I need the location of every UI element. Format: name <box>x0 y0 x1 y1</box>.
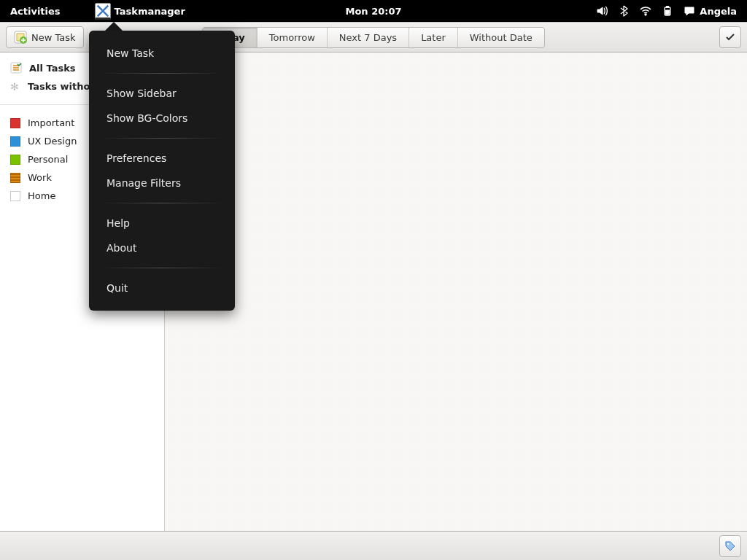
svg-point-1 <box>645 14 646 15</box>
star-icon: ✻ <box>10 82 20 92</box>
color-swatch-orange <box>10 173 20 183</box>
tab-next7[interactable]: Next 7 Days <box>328 28 409 47</box>
tag-label: Work <box>28 172 52 183</box>
tag-label: Home <box>28 190 55 201</box>
menu-new-task[interactable]: New Task <box>89 41 235 66</box>
color-swatch-red <box>10 118 20 128</box>
battery-icon[interactable] <box>662 5 673 17</box>
new-task-button[interactable]: New Task <box>6 26 84 48</box>
user-menu[interactable]: Angela <box>684 5 737 17</box>
check-icon <box>725 32 735 42</box>
app-icon[interactable] <box>93 1 113 21</box>
sidebar-all-tasks-label: All Tasks <box>29 63 76 74</box>
list-icon <box>10 62 22 74</box>
chat-icon <box>684 5 695 17</box>
app-menu-panel: New Task Show Sidebar Show BG-Colors Pre… <box>89 31 235 311</box>
wifi-icon[interactable] <box>640 5 651 17</box>
menu-show-sidebar[interactable]: Show Sidebar <box>89 81 235 106</box>
menu-separator <box>102 138 222 139</box>
add-icon <box>14 31 27 44</box>
tag-tool-button[interactable] <box>719 535 741 557</box>
menu-manage-filters[interactable]: Manage Filters <box>89 171 235 195</box>
app-menu: New Task Show Sidebar Show BG-Colors Pre… <box>89 22 235 311</box>
confirm-button[interactable] <box>719 26 741 48</box>
app-name[interactable]: Taskmanager <box>113 6 196 17</box>
bottom-bar <box>0 531 747 560</box>
bluetooth-icon[interactable] <box>618 5 630 17</box>
date-filter-tabs: Today Tomorrow Next 7 Days Later Without… <box>202 27 545 48</box>
tab-later[interactable]: Later <box>409 28 458 47</box>
tag-label: Important <box>28 117 74 128</box>
menu-separator <box>102 73 222 74</box>
activities-button[interactable]: Activities <box>0 6 71 17</box>
tab-without-date[interactable]: Without Date <box>458 28 544 47</box>
color-swatch-blue <box>10 136 20 147</box>
new-task-label: New Task <box>31 32 76 43</box>
svg-point-8 <box>727 542 729 545</box>
task-content-area <box>165 52 747 531</box>
menu-about[interactable]: About <box>89 236 235 260</box>
svg-rect-3 <box>667 7 669 8</box>
color-swatch-green <box>10 155 20 165</box>
tag-icon <box>724 540 736 552</box>
menu-help[interactable]: Help <box>89 211 235 236</box>
menu-arrow <box>105 22 123 31</box>
menu-separator <box>102 203 222 203</box>
tab-tomorrow[interactable]: Tomorrow <box>258 28 328 47</box>
menu-preferences[interactable]: Preferences <box>89 146 235 171</box>
gnome-top-bar: Activities Taskmanager Mon 20:07 Angela <box>0 0 747 22</box>
system-tray: Angela <box>596 5 747 17</box>
color-swatch-empty <box>10 191 20 201</box>
menu-show-bg-colors[interactable]: Show BG-Colors <box>89 106 235 131</box>
username: Angela <box>700 6 737 17</box>
menu-quit[interactable]: Quit <box>89 276 235 300</box>
menu-separator <box>102 268 222 268</box>
volume-icon[interactable] <box>596 5 608 17</box>
tag-label: UX Design <box>28 136 77 147</box>
tag-label: Personal <box>28 154 68 165</box>
clock[interactable]: Mon 20:07 <box>345 6 401 17</box>
svg-rect-4 <box>666 10 670 15</box>
